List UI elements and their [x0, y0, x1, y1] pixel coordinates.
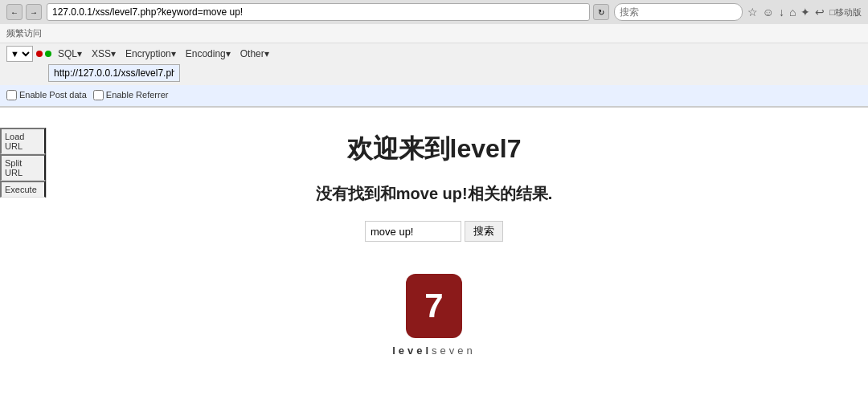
status-dots [36, 51, 51, 57]
page-title: 欢迎来到level7 [347, 132, 522, 167]
page-search-button[interactable]: 搜索 [465, 221, 503, 242]
hackbar-xss-menu[interactable]: XSS▾ [88, 47, 119, 60]
search-form: 搜索 [365, 221, 503, 242]
hackbar-sql-menu[interactable]: SQL▾ [55, 47, 85, 60]
menu-icon[interactable]: ↩ [815, 6, 825, 18]
dot-green [45, 51, 51, 57]
logo-text: levelseven [392, 345, 476, 357]
hackbar: ▼ SQL▾ XSS▾ Encryption▾ Encoding▾ Other▾… [0, 43, 868, 107]
dot-red [36, 51, 43, 57]
download-icon[interactable]: ↓ [779, 6, 784, 18]
hackbar-encoding-menu[interactable]: Encoding▾ [182, 47, 234, 60]
main-content: 欢迎来到level7 没有找到和move up!相关的结果. 搜索 7 leve… [0, 108, 868, 420]
hackbar-options-row: Enable Post data Enable Referrer [0, 85, 868, 106]
browser-chrome: ← → ↻ ☆ ☺ ↓ ⌂ ✦ ↩ □移动版 频繁访问 ▼ [0, 0, 868, 108]
hackbar-preset-dropdown[interactable]: ▼ [6, 46, 33, 62]
logo-badge: 7 [406, 274, 462, 338]
settings-icon[interactable]: ✦ [800, 6, 810, 18]
hackbar-toolbar: ▼ SQL▾ XSS▾ Encryption▾ Encoding▾ Other▾ [0, 43, 868, 64]
side-buttons: Load URL Split URL Execute [0, 128, 47, 198]
address-bar-wrapper: ↻ [47, 3, 609, 21]
mobile-version-label[interactable]: □移动版 [829, 6, 862, 18]
enable-post-checkbox[interactable] [6, 90, 17, 100]
hackbar-url-input[interactable] [48, 64, 180, 82]
home-icon[interactable]: ⌂ [789, 6, 796, 18]
logo-number: 7 [424, 287, 443, 325]
bookmarks-bar: 频繁访问 [0, 24, 868, 43]
hackbar-encryption-menu[interactable]: Encryption▾ [122, 47, 179, 60]
page-search-input[interactable] [365, 221, 461, 242]
user-icon[interactable]: ☺ [763, 6, 774, 18]
browser-search-input[interactable] [614, 3, 743, 21]
nav-controls: ← → [6, 4, 42, 20]
no-result-text: 没有找到和move up!相关的结果. [316, 183, 552, 205]
execute-button[interactable]: Execute [0, 181, 46, 198]
logo-text-normal: seven [432, 345, 476, 357]
hackbar-url-row: Load URL Split URL Execute [0, 64, 868, 85]
logo-text-bold: level [392, 345, 432, 357]
split-url-button[interactable]: Split URL [0, 154, 46, 181]
hackbar-other-menu[interactable]: Other▾ [237, 47, 272, 60]
bookmarks-label: 频繁访问 [6, 27, 42, 39]
browser-icons: ☆ ☺ ↓ ⌂ ✦ ↩ [747, 6, 825, 18]
load-url-button[interactable]: Load URL [0, 128, 46, 154]
enable-referrer-label[interactable]: Enable Referrer [93, 90, 169, 100]
back-button[interactable]: ← [6, 4, 23, 20]
bookmark-icon[interactable]: ☆ [747, 6, 758, 18]
reload-button[interactable]: ↻ [593, 4, 609, 20]
enable-referrer-checkbox[interactable] [93, 90, 104, 100]
address-bar[interactable] [47, 3, 590, 21]
enable-post-label[interactable]: Enable Post data [6, 90, 87, 100]
forward-button[interactable]: → [26, 4, 42, 20]
browser-titlebar: ← → ↻ ☆ ☺ ↓ ⌂ ✦ ↩ □移动版 [0, 0, 868, 24]
logo-container: 7 levelseven [392, 274, 476, 357]
